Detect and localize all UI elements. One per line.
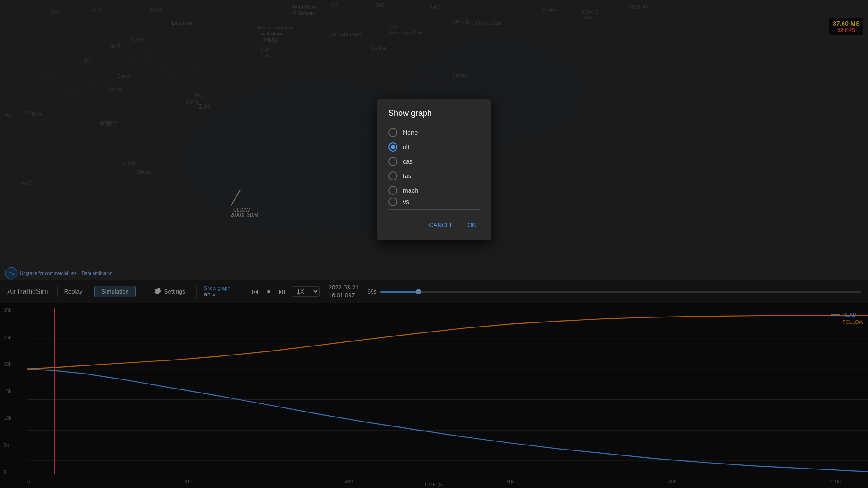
- radio-tas[interactable]: tas: [388, 169, 480, 183]
- radio-mach-circle: [388, 186, 397, 195]
- radio-mach-label: mach: [403, 187, 418, 194]
- show-graph-dialog: Show graph None alt cas tas mach: [377, 99, 491, 240]
- radio-vs[interactable]: vs: [388, 198, 480, 206]
- dialog-overlay[interactable]: Show graph None alt cas tas mach: [0, 0, 868, 488]
- radio-cas-circle: [388, 157, 397, 166]
- ok-button[interactable]: OK: [464, 219, 480, 231]
- cancel-button[interactable]: CANCEL: [425, 219, 457, 231]
- dialog-divider: [388, 209, 480, 210]
- radio-cas[interactable]: cas: [388, 154, 480, 169]
- radio-alt-inner: [391, 145, 395, 149]
- radio-alt-circle: [388, 142, 397, 152]
- radio-vs-label: vs: [403, 198, 409, 205]
- radio-vs-circle: [388, 198, 397, 206]
- radio-alt-label: alt: [403, 143, 410, 151]
- radio-tas-circle: [388, 171, 397, 180]
- radio-tas-label: tas: [403, 172, 411, 180]
- radio-none-circle: [388, 128, 397, 137]
- radio-alt[interactable]: alt: [388, 140, 480, 154]
- radio-none[interactable]: None: [388, 125, 480, 140]
- dialog-title: Show graph: [388, 109, 480, 118]
- dialog-actions: CANCEL OK: [388, 215, 480, 231]
- radio-mach[interactable]: mach: [388, 183, 480, 198]
- radio-cas-label: cas: [403, 158, 413, 165]
- radio-none-label: None: [403, 129, 418, 136]
